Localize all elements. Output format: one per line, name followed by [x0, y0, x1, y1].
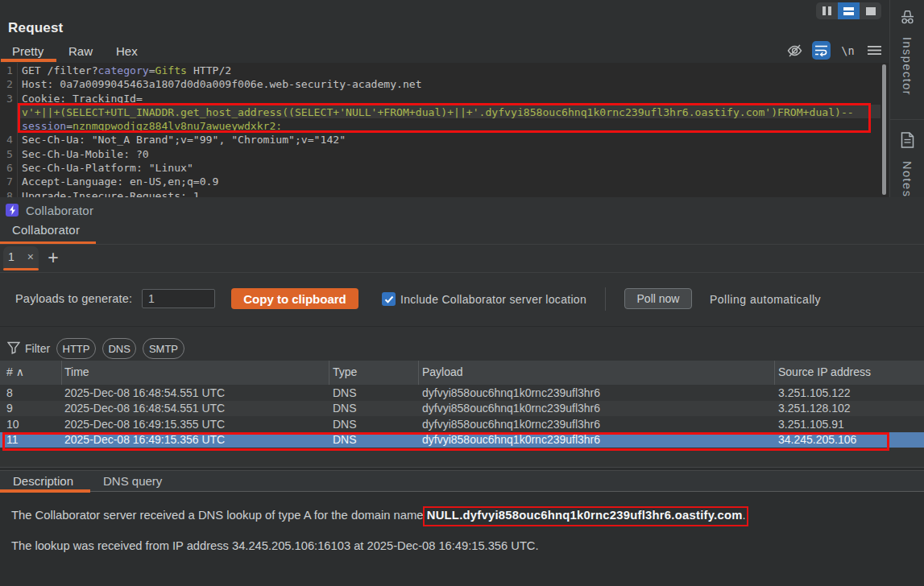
cell-ip: 3.251.105.91	[778, 418, 844, 431]
right-side-rail: Inspector Notes	[889, 0, 924, 197]
table-row-9[interactable]: 92025-Dec-08 16:48:54.551 UTCDNSdyfvyi85…	[0, 401, 924, 417]
line-text: Sec-Ch-Ua-Platform: "Linux"	[22, 161, 193, 175]
include-location-label[interactable]: Include Collaborator server location	[400, 293, 586, 306]
table-row-10[interactable]: 102025-Dec-08 16:49:15.355 UTCDNSdyfvyi8…	[0, 416, 924, 432]
request-tab-raw[interactable]: Raw	[68, 44, 93, 58]
cell-ip: 3.251.128.102	[778, 402, 851, 415]
column-header-time[interactable]: Time	[64, 365, 89, 378]
line-number: 1	[0, 64, 13, 77]
line-text: Upgrade-Insecure-Requests: 1	[22, 189, 200, 197]
collaborator-main-tab[interactable]: Collaborator	[12, 223, 80, 237]
line-number: 8	[0, 189, 13, 197]
cell-num: 8	[6, 386, 13, 399]
request-line-6: 4Sec-Ch-Ua: "Not_A Brand";v="99", "Chrom…	[0, 133, 889, 146]
hide-button[interactable]	[785, 41, 804, 60]
cell-type: DNS	[333, 418, 357, 431]
interactions-table: # ∧TimeTypePayloadSource IP address 8202…	[0, 361, 924, 467]
payloads-to-generate-label: Payloads to generate:	[15, 292, 132, 305]
tab-dns-query[interactable]: DNS query	[103, 474, 162, 488]
filter-pills: HTTPDNSSMTP	[56, 338, 184, 359]
copy-to-clipboard-button[interactable]: Copy to clipboard	[231, 288, 358, 309]
nonprintable-chars-button[interactable]: \n	[839, 41, 857, 60]
line-segment: Sec-Ch-Ua-Mobile: ?0	[22, 148, 149, 160]
editor-scrollbar[interactable]	[882, 64, 886, 195]
filter-bar: Filter HTTPDNSSMTP	[0, 326, 924, 361]
columns-layout-icon	[822, 6, 832, 15]
line-text: GET /filter?category=Gifts HTTP/2	[22, 64, 231, 77]
table-row-8[interactable]: 82025-Dec-08 16:48:54.551 UTCDNSdyfvyi85…	[0, 385, 924, 401]
column-divider	[329, 361, 329, 385]
hamburger-menu-icon	[868, 45, 881, 56]
inspector-rail-tab[interactable]: Inspector	[901, 37, 914, 96]
filter-pill-smtp[interactable]: SMTP	[143, 338, 184, 359]
collaborator-subtab-1[interactable]: 1 ×	[3, 246, 39, 269]
payloads-count-input[interactable]	[142, 289, 215, 308]
layout-single-button[interactable]	[860, 2, 881, 19]
domain-annotation-box	[423, 506, 748, 526]
word-wrap-button[interactable]	[812, 41, 831, 60]
line-number: 7	[0, 175, 13, 188]
word-wrap-icon	[814, 44, 828, 56]
filter-label: Filter	[25, 342, 50, 355]
line-text: Accept-Language: en-US,en;q=0.9	[22, 175, 218, 188]
add-subtab-button[interactable]: +	[44, 248, 62, 269]
request-line-1: 1GET /filter?category=Gifts HTTP/2	[0, 64, 889, 77]
request-panel-title: Request	[8, 20, 63, 36]
cell-time: 2025-Dec-08 16:48:54.551 UTC	[64, 402, 225, 415]
collaborator-panel: Collaborator Collaborator 1 × + Payloads…	[0, 197, 924, 326]
filter-pill-http[interactable]: HTTP	[56, 338, 96, 359]
inspector-icon	[899, 10, 916, 26]
line-text: Sec-Ch-Ua-Mobile: ?0	[22, 147, 149, 161]
editor-menu-button[interactable]	[865, 41, 884, 60]
table-header-row[interactable]: # ∧TimeTypePayloadSource IP address	[0, 361, 924, 385]
line-segment: category	[98, 64, 149, 76]
column-header-type[interactable]: Type	[333, 365, 357, 378]
description-tab-underline	[0, 489, 90, 493]
subtab-underline	[3, 268, 39, 270]
line-segment: Host: 0a7a0099045463a1807d0d0a009f006e.w…	[22, 78, 422, 90]
cell-type: DNS	[333, 402, 357, 415]
line-segment: Gifts	[155, 64, 187, 76]
layout-rows-button[interactable]	[838, 2, 860, 19]
single-layout-icon	[866, 7, 876, 15]
column-divider	[774, 361, 775, 385]
cell-num: 9	[6, 402, 13, 415]
line-text: Host: 0a7a0099045463a1807d0d0a009f006e.w…	[22, 77, 422, 91]
line-text: Sec-Ch-Ua: "Not_A Brand";v="99", "Chromi…	[22, 133, 346, 146]
filter-pill-dns[interactable]: DNS	[102, 338, 136, 359]
include-location-checkbox[interactable]	[382, 292, 396, 306]
notes-rail-tab[interactable]: Notes	[901, 161, 914, 197]
column-header-number[interactable]: # ∧	[6, 365, 24, 378]
cell-payload: dyfvyi858ouc6hnq1k0rnc239ufl3hr6	[422, 418, 600, 431]
cell-type: DNS	[333, 386, 357, 399]
layout-columns-button[interactable]	[816, 2, 838, 19]
cell-time: 2025-Dec-08 16:48:54.551 UTC	[64, 386, 225, 399]
cell-payload: dyfvyi858ouc6hnq1k0rnc239ufl3hr6	[422, 402, 600, 415]
request-line-9: 7Accept-Language: en-US,en;q=0.9	[0, 175, 889, 188]
request-editor[interactable]: 1GET /filter?category=Gifts HTTP/22Host:…	[0, 63, 889, 197]
newline-icon: \n	[841, 44, 854, 57]
request-line-10: 8Upgrade-Insecure-Requests: 1	[0, 189, 889, 197]
subtab-number: 1	[8, 250, 15, 263]
notes-icon	[901, 132, 914, 148]
column-header-payload[interactable]: Payload	[422, 365, 463, 378]
request-tab-underline	[1, 59, 56, 62]
layout-toggle-group	[816, 2, 881, 19]
lightning-bolt-icon	[9, 205, 16, 215]
subtab-close-icon[interactable]: ×	[27, 250, 34, 263]
request-tab-hex[interactable]: Hex	[116, 44, 138, 58]
line-segment: HTTP/2	[187, 64, 231, 76]
cell-payload: dyfvyi858ouc6hnq1k0rnc239ufl3hr6	[422, 386, 600, 399]
collaborator-bolt-icon	[6, 204, 19, 217]
tab-description[interactable]: Description	[13, 474, 73, 488]
request-tab-pretty[interactable]: Pretty	[12, 44, 44, 58]
line-segment: Upgrade-Insecure-Requests: 1	[22, 190, 200, 197]
poll-now-button[interactable]: Poll now	[624, 288, 692, 309]
request-line-8: 6Sec-Ch-Ua-Platform: "Linux"	[0, 161, 889, 175]
subtab-row-divider	[0, 272, 924, 273]
filter-funnel-icon	[7, 341, 20, 354]
request-view-tabs: PrettyRawHex	[0, 44, 242, 60]
column-header-source-ip[interactable]: Source IP address	[778, 365, 871, 378]
polling-automatically-label: Polling automatically	[710, 293, 821, 306]
line-number: 3	[0, 92, 13, 105]
